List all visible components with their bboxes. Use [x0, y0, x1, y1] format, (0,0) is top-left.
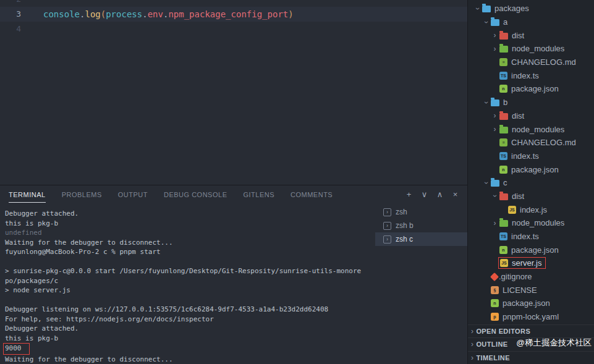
chevron-down-icon: ›	[482, 19, 491, 26]
terminal-dropdown-icon[interactable]: ∨	[418, 188, 430, 200]
terminal-line: po/packages/c	[5, 276, 370, 286]
tree-item-package-json[interactable]: npackage.json	[468, 82, 594, 96]
tree-item-dist[interactable]: ›dist	[468, 190, 594, 203]
line-number: 2	[0, 0, 27, 7]
tree-item-label: dist	[512, 192, 524, 201]
editor-line[interactable]: 2	[0, 0, 467, 7]
tree-item-label: .gitignore	[499, 272, 532, 281]
section-timeline[interactable]: ›TIMELINE	[468, 351, 594, 364]
tree-item-label: package.json	[511, 165, 559, 174]
tree-item-package-json[interactable]: npackage.json	[468, 163, 594, 176]
chevron-right-icon: ›	[490, 112, 499, 119]
terminal-panel: Debugger attached.this is pkg-bundefined…	[0, 204, 467, 364]
tree-item-label: package.json	[503, 298, 550, 308]
section-label: TIMELINE	[476, 354, 510, 362]
tree-item-label: node_modules	[512, 44, 564, 53]
editor-line[interactable]: 3console.log(process.env.npm_package_con…	[0, 7, 467, 22]
folder-icon	[491, 180, 499, 187]
tree-item-label: LICENSE	[503, 286, 537, 295]
terminal-line: For help, see: https://nodejs.org/en/doc…	[5, 315, 370, 324]
tree-item-label: package.json	[511, 84, 559, 93]
tree-item-b[interactable]: ›b	[468, 96, 594, 109]
file-icon: JS	[500, 259, 508, 267]
terminal-line: undefined	[5, 228, 370, 238]
folder-icon	[491, 19, 499, 26]
file-icon: ≡	[499, 58, 507, 66]
tree-item-package-json[interactable]: npackage.json	[468, 297, 594, 310]
tree-item-package-json[interactable]: npackage.json	[468, 243, 594, 256]
tree-item-node-modules[interactable]: ›node_modules	[468, 42, 594, 56]
tree-item-label: CHANGELOG.md	[511, 138, 576, 147]
file-icon	[490, 273, 499, 281]
tree-item-index-js[interactable]: JSindex.js	[468, 203, 594, 216]
chevron-right-icon: ›	[490, 32, 499, 39]
watermark: @稀土掘金技术社区	[516, 337, 592, 349]
terminal-line	[5, 295, 370, 305]
folder-icon	[482, 6, 491, 12]
tree-item-label: packages	[494, 4, 529, 13]
tree-item-dist[interactable]: ›dist	[468, 109, 594, 123]
terminal-line: > node server.js	[5, 286, 370, 295]
chevron-right-icon: ›	[471, 353, 473, 362]
terminal-line: this is pkg-b	[5, 219, 370, 229]
tree-item-node-modules[interactable]: ›node_modules	[468, 122, 594, 136]
terminal-session-zsh-b[interactable]: ›zsh b	[375, 219, 467, 232]
tree-item-label: index.ts	[511, 232, 539, 241]
tree-item-index-ts[interactable]: TSindex.ts	[468, 230, 594, 243]
panel-tab-problems[interactable]: PROBLEMS	[62, 191, 102, 198]
folder-icon	[491, 99, 499, 106]
tree-item-changelog-md[interactable]: ≡CHANGELOG.md	[468, 136, 594, 150]
tree-item-index-ts[interactable]: TSindex.ts	[468, 69, 594, 82]
tree-item-packages[interactable]: ›packages	[468, 2, 594, 15]
tree-item-label: CHANGELOG.md	[511, 57, 576, 67]
annotation-box: 9000	[3, 343, 30, 355]
terminal-line: Debugger listening on ws://127.0.0.1:535…	[5, 305, 370, 315]
tree-item-index-ts[interactable]: TSindex.ts	[468, 150, 594, 163]
tree-item-changelog-md[interactable]: ≡CHANGELOG.md	[468, 56, 594, 69]
tree-item-server-js[interactable]: JSserver.js	[468, 256, 594, 270]
terminal-session-label: zsh b	[396, 221, 414, 230]
folder-icon	[499, 46, 508, 53]
terminal-session-zsh-c[interactable]: ›zsh c	[375, 232, 467, 246]
chevron-right-icon: ›	[490, 219, 499, 227]
tree-item-label: a	[503, 17, 507, 27]
tree-item-c[interactable]: ›c	[468, 176, 594, 190]
file-icon: TS	[499, 72, 507, 80]
maximize-panel-icon[interactable]: ∧	[434, 188, 446, 200]
panel-tab-terminal[interactable]: TERMINAL	[9, 191, 46, 198]
panel-tab-debug-console[interactable]: DEBUG CONSOLE	[164, 191, 227, 198]
file-icon: §	[491, 286, 499, 294]
section-open-editors[interactable]: ›OPEN EDITORS	[468, 324, 594, 338]
explorer-sidebar: ›packages›a›dist›node_modules≡CHANGELOG.…	[467, 0, 594, 364]
explorer-tree: ›packages›a›dist›node_modules≡CHANGELOG.…	[468, 2, 594, 324]
panel-actions: +∨∧×	[403, 188, 461, 200]
new-terminal-icon[interactable]: +	[403, 188, 415, 200]
tree-item-pnpm-lock-yaml[interactable]: ppnpm-lock.yaml	[468, 310, 594, 324]
panel-tab-gitlens[interactable]: GITLENS	[243, 191, 274, 198]
tree-item-a[interactable]: ›a	[468, 15, 594, 29]
panel-tabs: TERMINALPROBLEMSOUTPUTDEBUG CONSOLEGITLE…	[0, 185, 467, 204]
tree-item-gitignore[interactable]: .gitignore	[468, 270, 594, 284]
panel-tab-comments[interactable]: COMMENTS	[291, 191, 333, 198]
code-editor[interactable]: 23console.log(process.env.npm_package_co…	[0, 0, 467, 185]
terminal-session-label: zsh c	[396, 235, 413, 243]
folder-icon	[499, 113, 508, 120]
tree-item-label: node_modules	[512, 218, 564, 227]
close-panel-icon[interactable]: ×	[449, 188, 461, 200]
terminal-output[interactable]: Debugger attached.this is pkg-bundefined…	[0, 204, 375, 364]
file-icon: n	[499, 246, 507, 254]
tree-item-label: server.js	[512, 258, 541, 268]
panel-tab-output[interactable]: OUTPUT	[118, 191, 148, 198]
tree-item-dist[interactable]: ›dist	[468, 28, 594, 42]
tree-item-label: package.json	[511, 245, 559, 255]
code-text	[27, 22, 43, 36]
tree-item-label: index.js	[520, 205, 547, 214]
tree-item-label: dist	[512, 111, 524, 121]
tree-item-label: index.ts	[511, 71, 539, 80]
editor-line[interactable]: 4	[0, 22, 467, 36]
tree-item-node-modules[interactable]: ›node_modules	[468, 216, 594, 230]
tree-item-license[interactable]: §LICENSE	[468, 283, 594, 297]
terminal-session-zsh[interactable]: ›zsh	[375, 205, 467, 219]
terminal-line: > sunrise-pkg-c@0.0.0 start /Users/fuyun…	[5, 266, 370, 276]
section-label: OPEN EDITORS	[476, 328, 530, 335]
